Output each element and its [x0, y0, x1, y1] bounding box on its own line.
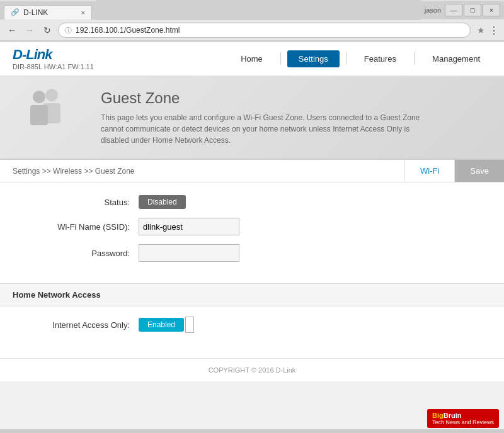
nav-sep-1	[280, 52, 281, 65]
nav-home[interactable]: Home	[229, 50, 274, 67]
user-icon: jason	[425, 6, 441, 14]
toggle-indicator	[185, 317, 194, 333]
tab-close-btn[interactable]: ×	[81, 9, 85, 16]
banner-title: Guest Zone	[101, 89, 428, 107]
banner-content: Guest Zone This page lets you enable and…	[101, 89, 428, 146]
main-nav: Home Settings Features Management	[229, 50, 491, 67]
back-button[interactable]: ←	[5, 23, 19, 37]
password-row: Password:	[25, 244, 479, 262]
persons-icon	[19, 86, 76, 130]
model-text: DIR-885L HW:A1 FW:1.11	[13, 63, 94, 70]
tab-title: D-LINK	[23, 8, 77, 17]
status-toggle[interactable]: Disabled	[139, 195, 186, 209]
router-header: D-Link DIR-885L HW:A1 FW:1.11 Home Setti…	[0, 42, 504, 77]
breadcrumb-sep2: >>	[84, 167, 94, 176]
ssid-row: Wi-Fi Name (SSID):	[25, 218, 479, 235]
dlink-logo: D-Link DIR-885L HW:A1 FW:1.11	[13, 47, 94, 70]
footer: COPYRIGHT © 2016 D-Link	[0, 358, 504, 381]
password-input[interactable]	[139, 244, 239, 262]
watermark-brand: BigBruin	[432, 412, 494, 419]
banner: Guest Zone This page lets you enable and…	[0, 77, 504, 160]
status-form: Status: Disabled Wi-Fi Name (SSID): Pass…	[0, 183, 504, 283]
address-bar: ← → ↻ ⓘ 192.168.100.1/GuestZone.html ★ ⋮	[0, 20, 504, 41]
tab-favicon: 🔗	[11, 8, 20, 16]
nav-management[interactable]: Management	[421, 50, 491, 67]
lock-icon: ⓘ	[65, 26, 72, 35]
menu-icon[interactable]: ⋮	[489, 25, 499, 37]
password-label: Password:	[25, 249, 139, 258]
ssid-label: Wi-Fi Name (SSID):	[25, 222, 139, 232]
breadcrumb-wireless: Wireless	[53, 167, 82, 176]
nav-sep-3	[414, 52, 415, 65]
internet-access-row: Internet Access Only: Enabled	[25, 317, 479, 333]
status-row: Status: Disabled	[25, 195, 479, 209]
nav-sep-2	[346, 52, 346, 65]
close-button[interactable]: ×	[483, 4, 500, 16]
copyright-text: COPYRIGHT © 2016 D-Link	[209, 366, 296, 374]
svg-rect-3	[30, 105, 48, 125]
internet-access-label: Internet Access Only:	[25, 320, 139, 330]
banner-icons	[19, 86, 76, 130]
breadcrumb-sep1: >>	[42, 167, 53, 176]
router-ui: D-Link DIR-885L HW:A1 FW:1.11 Home Setti…	[0, 42, 504, 429]
browser-tab[interactable]: 🔗 D-LINK ×	[4, 5, 92, 20]
forward-button[interactable]: →	[23, 23, 37, 37]
ssid-input[interactable]	[139, 218, 239, 235]
home-network-form: Internet Access Only: Enabled	[0, 306, 504, 352]
save-button[interactable]: Save	[454, 160, 504, 182]
watermark: BigBruin Tech News and Reviews	[427, 409, 499, 428]
restore-button[interactable]: □	[464, 4, 481, 16]
breadcrumb: Settings >> Wireless >> Guest Zone	[0, 160, 404, 182]
nav-settings[interactable]: Settings	[287, 50, 340, 67]
logo-text: D-Link	[13, 47, 94, 63]
url-bar[interactable]: ⓘ 192.168.100.1/GuestZone.html	[58, 23, 471, 38]
tab-spacer	[96, 0, 421, 20]
home-network-header: Home Network Access	[0, 283, 504, 306]
url-text: 192.168.100.1/GuestZone.html	[76, 26, 180, 35]
watermark-tagline: Tech News and Reviews	[432, 419, 494, 425]
breadcrumb-bar: Settings >> Wireless >> Guest Zone Wi-Fi…	[0, 160, 504, 183]
status-label: Status:	[25, 198, 139, 207]
svg-point-2	[33, 91, 45, 103]
nav-features[interactable]: Features	[353, 50, 408, 67]
internet-access-toggle[interactable]: Enabled	[139, 318, 184, 332]
minimize-button[interactable]: —	[445, 4, 462, 16]
svg-point-0	[45, 89, 58, 101]
breadcrumb-guest-zone: Guest Zone	[95, 167, 135, 176]
bookmark-icon[interactable]: ★	[477, 25, 485, 35]
refresh-button[interactable]: ↻	[40, 23, 54, 37]
main-content: Settings >> Wireless >> Guest Zone Wi-Fi…	[0, 160, 504, 381]
banner-description: This page lets you enable and configure …	[101, 112, 428, 146]
breadcrumb-settings: Settings	[13, 167, 40, 176]
wifi-button[interactable]: Wi-Fi	[404, 160, 454, 182]
